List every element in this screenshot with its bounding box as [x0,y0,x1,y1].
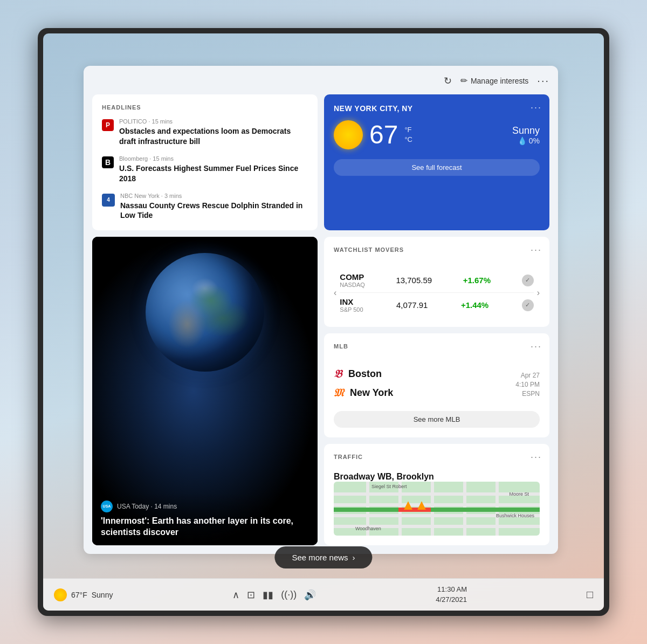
traffic-location: Broadway WB, Brooklyn [334,472,540,482]
taskbar-weather: 67°F Sunny [54,588,113,601]
taskbar-condition: Sunny [92,591,113,599]
taskbar-time: 11:30 AM 4/27/2021 [436,585,467,604]
taskbar-volume-icon[interactable]: 🔊 [304,589,316,601]
watchlist-more-button[interactable]: ··· [531,244,542,256]
earth-news-caption: USA USA Today · 14 mins 'Innermost': Ear… [92,493,318,546]
list-item[interactable]: P POLITICO · 15 mins Obstacles and expec… [102,118,308,147]
map-label: Bushwick Houses [496,513,534,518]
earth-news-card[interactable]: USA USA Today · 14 mins 'Innermost': Ear… [92,237,318,545]
panel-more-icon[interactable]: ··· [537,74,549,87]
widget-panel: ↻ ✏ Manage interests ··· HEADLINES P [84,66,558,554]
traffic-more-button[interactable]: ··· [531,451,542,463]
weather-location: NEW YORK CITY, NY [334,104,540,113]
taskbar-battery-icon[interactable]: ▮▮ [263,589,273,601]
taskbar-temperature: 67°F [71,591,87,599]
list-item[interactable]: 4 NBC New York · 3 mins Nassau County Cr… [102,193,308,221]
taskbar-camera-icon[interactable]: ⊡ [247,589,255,601]
manage-interests-button[interactable]: ✏ Manage interests [460,76,528,86]
table-row[interactable]: COMP NASDAQ 13,705.59 +1.67% ✓ [340,268,533,293]
watchlist-card: ··· WATCHLIST MOVERS ‹ COMP NASDAQ [324,237,549,327]
taskbar-sun-icon [54,588,67,601]
taskbar-date: 4/27/2021 [436,595,467,605]
taskbar-clock: 11:30 AM [436,585,467,594]
stock-check-icon: ✓ [522,299,534,311]
see-more-news-label: See more news [292,553,348,562]
earth-headline: 'Innermost': Earth has another layer in … [101,516,309,538]
panel-header-actions: ↻ ✏ Manage interests ··· [444,74,549,87]
see-more-news-arrow: › [353,553,355,562]
list-item[interactable]: B Bloomberg · 15 mins U.S. Forecasts Hig… [102,155,308,184]
watchlist-next-arrow[interactable]: › [537,288,540,298]
see-forecast-button[interactable]: See full forecast [334,159,540,176]
grid-layout: HEADLINES P POLITICO · 15 mins Obstacles… [92,94,549,545]
temp-units: °F °C [404,125,412,145]
stock-ticker: COMP [340,272,364,282]
mlb-label: MLB [334,343,348,350]
stock-exchange: S&P 500 [340,306,363,313]
see-more-news-bar[interactable]: See more news › [274,546,372,568]
earth-source-text: USA Today · 14 mins [117,503,177,510]
watchlist-label: WATCHLIST MOVERS [334,246,404,253]
monitor-frame: ↻ ✏ Manage interests ··· HEADLINES P [38,28,609,616]
team1-name: Boston [348,368,393,380]
news-headline: Obstacles and expectations loom as Democ… [119,126,308,147]
news-meta: Bloomberg · 15 mins [119,155,308,162]
taskbar-icons: ∧ ⊡ ▮▮ ((·)) 🔊 [232,589,316,601]
weather-more-button[interactable]: ··· [531,102,542,113]
team2-name: New York [350,387,393,399]
watchlist-prev-arrow[interactable]: ‹ [334,288,336,298]
map-label: Woodhaven [355,526,381,531]
earth-globe [146,253,264,372]
mlb-more-button[interactable]: ··· [531,341,542,352]
map-preview: Siegel St Robert Moore St Bushwick House… [334,482,540,536]
nbc-logo: 4 [102,194,115,207]
mlb-card: ··· MLB 𝔅 Boston 𝔐 [324,333,549,437]
traffic-card: ··· TRAFFIC Broadway WB, Brooklyn [324,444,549,545]
earth-atmosphere [146,253,264,372]
temperature: 67 [369,122,398,148]
weather-main: 67 °F °C Sunny 💧 0% [334,120,540,149]
weather-card: ··· NEW YORK CITY, NY 67 °F °C Sunn [324,94,549,230]
taskbar-wifi-icon[interactable]: ((·)) [281,589,297,600]
right-column: ··· WATCHLIST MOVERS ‹ COMP NASDAQ [324,237,549,545]
politico-logo: P [102,119,114,131]
taskbar-caret-icon[interactable]: ∧ [232,589,239,601]
game-channel: ESPN [515,389,540,399]
team-row: 𝔐 New York [334,383,393,402]
stock-exchange: NASDAQ [340,282,364,288]
taskbar-notification-icon[interactable]: □ [587,588,593,601]
headlines-card: HEADLINES P POLITICO · 15 mins Obstacles… [92,94,318,230]
news-headline: U.S. Forecasts Highest Summer Fuel Price… [119,163,308,184]
stock-change: +1.44% [461,300,488,310]
weather-precip: 💧 0% [512,136,540,145]
table-row[interactable]: INX S&P 500 4,077.91 +1.44% ✓ [340,293,533,317]
pencil-icon: ✏ [460,76,467,86]
mets-logo: 𝔐 [334,387,343,399]
bloomberg-logo: B [102,156,114,168]
traffic-label: TRAFFIC [334,454,363,460]
stock-ticker: INX [340,297,363,306]
see-more-mlb-button[interactable]: See more MLB [334,411,540,428]
refresh-icon[interactable]: ↻ [444,75,452,87]
traffic-road-green [334,508,540,512]
taskbar: 67°F Sunny ∧ ⊡ ▮▮ ((·)) 🔊 11:30 AM 4/27/… [43,578,604,611]
stock-check-icon: ✓ [522,275,534,286]
map-label: Siegel St Robert [371,484,407,489]
news-meta: POLITICO · 15 mins [119,118,308,125]
headlines-label: HEADLINES [102,104,308,111]
boston-logo: 𝔅 [334,368,342,380]
game-time: 4:10 PM [515,380,540,389]
stock-change: +1.67% [463,276,491,285]
stock-price: 13,705.59 [396,276,432,285]
panel-header: ↻ ✏ Manage interests ··· [92,74,549,87]
map-label: Moore St [509,491,529,497]
news-headline: Nassau County Crews Rescue Dolphin Stran… [120,201,308,221]
usa-today-logo: USA [101,501,113,512]
monitor-screen: ↻ ✏ Manage interests ··· HEADLINES P [43,33,604,611]
game-date: Apr 27 [515,371,540,380]
stock-price: 4,077.91 [396,300,428,310]
manage-interests-label: Manage interests [471,77,528,85]
news-meta: NBC New York · 3 mins [120,193,308,199]
weather-condition: Sunny [512,125,540,136]
game-info: Apr 27 4:10 PM ESPN [515,371,540,398]
